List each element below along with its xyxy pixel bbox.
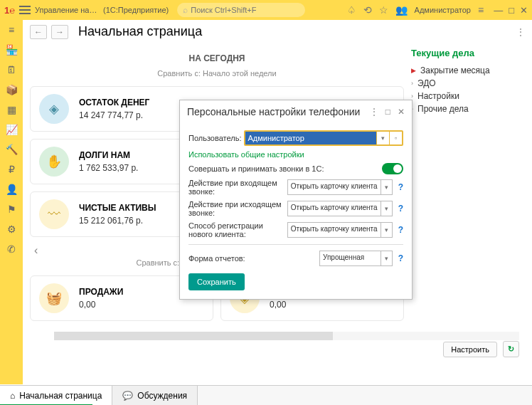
triangle-icon: ▶: [411, 67, 416, 74]
chevron-icon: ›: [411, 93, 413, 100]
hand-icon: ✋: [39, 147, 69, 177]
help-icon[interactable]: ?: [398, 225, 403, 235]
basket-icon: 🧺: [39, 283, 69, 313]
help-icon[interactable]: ?: [398, 182, 403, 192]
card-value: 1 762 533,97 р.: [79, 163, 138, 173]
user-field[interactable]: Администратор ▾ ▫: [244, 130, 403, 146]
sb-menu-icon[interactable]: ≡: [6, 24, 17, 36]
dialog-title: Персональные настройки телефонии: [187, 106, 370, 117]
calls-label: Совершать и принимать звонки в 1С:: [188, 164, 375, 173]
task-item[interactable]: ›Настройки: [411, 90, 525, 102]
tab-discussions[interactable]: 💬 Обсуждения: [112, 386, 198, 405]
bell-icon[interactable]: ♤: [347, 4, 356, 16]
nav-fwd-button[interactable]: →: [51, 25, 68, 39]
card-value: 0,00: [270, 300, 335, 310]
outgoing-select[interactable]: Открыть карточку клиента▾: [287, 201, 393, 216]
more-icon[interactable]: ⋮: [516, 27, 525, 37]
dialog-max-icon[interactable]: □: [385, 107, 390, 117]
sb-grid-icon[interactable]: ▦: [6, 104, 17, 115]
incoming-select[interactable]: Открыть карточку клиента▾: [287, 179, 393, 195]
card-value: 15 212 061,76 р.: [79, 216, 156, 226]
newclient-select[interactable]: Открыть карточку клиента▾: [287, 222, 393, 238]
card-title: ПРОДАЖИ: [79, 287, 123, 297]
dropdown-icon[interactable]: ▾: [381, 180, 392, 194]
home-icon: ⌂: [10, 391, 15, 401]
task-item[interactable]: ›Прочие дела: [411, 102, 525, 115]
h-scrollbar[interactable]: [54, 332, 519, 340]
sb-chart-icon[interactable]: 📈: [6, 124, 17, 135]
sb-shop-icon[interactable]: 🏪: [6, 44, 17, 56]
sb-ruble-icon[interactable]: ₽: [6, 164, 17, 175]
calls-toggle[interactable]: [382, 163, 403, 174]
sidebar: ≡ 🏪 🗓 📦 ▦ 📈 🔨 ₽ 👤 ⚑ ⚙ ✆: [0, 20, 23, 384]
common-settings-link[interactable]: Использовать общие настройки: [188, 150, 403, 159]
card-title: ДОЛГИ НАМ: [79, 150, 138, 160]
telephony-dialog: Персональные настройки телефонии ⋮ □ ✕ П…: [179, 100, 413, 300]
menu-icon[interactable]: [19, 6, 31, 14]
incoming-label: Действие при входящем звонке:: [188, 179, 284, 196]
filter-icon[interactable]: ≡: [478, 4, 484, 16]
search-icon: ⌕: [183, 5, 188, 15]
card-title: ЧИСТЫЕ АКТИВЫ: [79, 203, 156, 213]
card-value: 14 247 774,77 р.: [79, 110, 149, 120]
user-value[interactable]: Администратор: [245, 132, 376, 144]
user-name[interactable]: Администратор: [415, 6, 471, 14]
chart-icon: 〰: [39, 199, 69, 229]
sb-box-icon[interactable]: 📦: [6, 84, 17, 95]
page-title: Начальная страница: [78, 24, 202, 39]
app-logo: 1℮: [4, 5, 15, 16]
star-icon[interactable]: ☆: [379, 4, 388, 16]
configure-button[interactable]: Настроить: [443, 342, 497, 357]
dialog-close-icon[interactable]: ✕: [398, 107, 405, 117]
dropdown-icon[interactable]: ▾: [376, 132, 389, 144]
sb-phone-icon[interactable]: ✆: [6, 243, 17, 255]
chevron-icon: ›: [411, 80, 413, 87]
reportform-select[interactable]: Упрощенная▾: [319, 251, 393, 266]
search-input[interactable]: [191, 6, 299, 14]
reportform-label: Форма отчетов:: [188, 254, 316, 263]
maximize-icon[interactable]: □: [509, 5, 514, 16]
save-button[interactable]: Сохранить: [188, 273, 245, 290]
close-icon[interactable]: ✕: [520, 5, 528, 16]
search-box[interactable]: ⌕: [177, 3, 305, 17]
dropdown-icon[interactable]: ▾: [381, 251, 392, 265]
sb-flag-icon[interactable]: ⚑: [6, 204, 17, 215]
tasks-head: Текущие дела: [411, 48, 525, 58]
task-item[interactable]: ▶Закрытие месяца: [411, 64, 525, 77]
minimize-icon[interactable]: —: [494, 5, 503, 16]
task-item[interactable]: ›ЭДО: [411, 77, 525, 90]
dropdown-icon[interactable]: ▾: [381, 223, 392, 237]
history-icon[interactable]: ⟲: [363, 4, 372, 16]
section-head: НА СЕГОДНЯ: [30, 53, 404, 63]
card-value: 0,00: [79, 300, 123, 310]
sb-hammer-icon[interactable]: 🔨: [6, 144, 17, 155]
dialog-more-icon[interactable]: ⋮: [370, 107, 378, 117]
compare-text: Сравнить с: Начало этой недели: [30, 69, 404, 78]
sb-calendar-icon[interactable]: 🗓: [6, 64, 17, 75]
chat-icon: 💬: [122, 391, 133, 401]
help-icon[interactable]: ?: [398, 204, 403, 214]
help-icon[interactable]: ?: [398, 253, 403, 263]
refresh-button[interactable]: ↻: [503, 341, 519, 357]
card-title: ОСТАТОК ДЕНЕГ: [79, 98, 149, 107]
app-title: Управление наше…: [35, 6, 99, 14]
user-label: Пользователь:: [188, 134, 241, 142]
tab-start[interactable]: ⌂ Начальная страница: [0, 386, 112, 405]
open-icon[interactable]: ▫: [389, 132, 402, 144]
money-icon: ◈: [39, 94, 69, 124]
nav-back-button[interactable]: ←: [30, 25, 47, 39]
title-bar: 1℮ Управление наше… (1С:Предприятие) ⌕ ♤…: [0, 0, 532, 20]
outgoing-label: Действие при исходящем звонке:: [188, 200, 284, 217]
dropdown-icon[interactable]: ▾: [381, 201, 392, 216]
newclient-label: Способ регистрации нового клиента:: [188, 221, 284, 238]
users-icon[interactable]: 👥: [395, 4, 408, 16]
app-subtitle: (1С:Предприятие): [103, 6, 169, 14]
sb-gear-icon[interactable]: ⚙: [6, 223, 17, 235]
sb-person-icon[interactable]: 👤: [6, 184, 17, 195]
